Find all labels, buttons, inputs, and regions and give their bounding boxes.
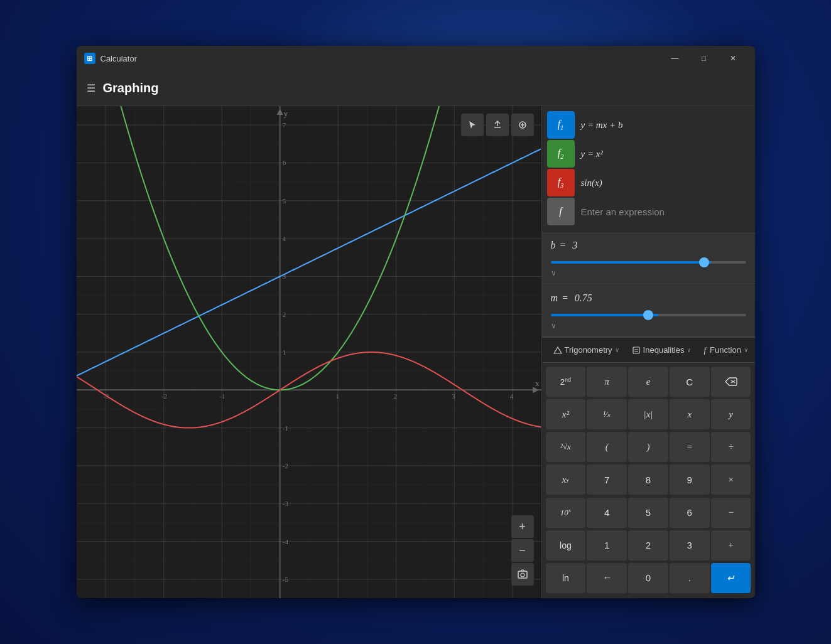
app-header: ☰ Graphing [77, 71, 755, 106]
function-row-f1[interactable]: f1 y = mx + b [547, 111, 750, 139]
open-paren-button[interactable]: ( [587, 432, 627, 462]
f2-expr: y = x² [581, 149, 603, 159]
y-button[interactable]: y [711, 399, 751, 429]
zoom-in-button[interactable]: + [511, 515, 534, 538]
keypad-toolbar: Trigonometry ∨ Inequalities ∨ f Function… [542, 338, 755, 363]
f1-expr: y = mx + b [581, 120, 623, 131]
trigonometry-button[interactable]: Trigonometry ∨ [548, 343, 624, 357]
close-button[interactable]: ✕ [719, 48, 747, 68]
share-button[interactable] [486, 114, 509, 136]
abs-button[interactable]: |x| [628, 399, 668, 429]
multiply-button[interactable]: × [711, 464, 751, 495]
add-button[interactable]: + [711, 530, 751, 561]
function-button[interactable]: f Function ∨ [698, 343, 753, 358]
nine-button[interactable]: 9 [670, 464, 710, 495]
app-icon: ⊞ [84, 53, 95, 64]
titlebar: ⊞ Calculator — □ ✕ [77, 46, 755, 71]
trig-chevron: ∨ [615, 346, 619, 353]
x-squared-button[interactable]: x² [546, 399, 586, 429]
divide-button[interactable]: ÷ [711, 432, 751, 462]
f4-placeholder: Enter an expression [581, 207, 665, 217]
one-button[interactable]: 1 [587, 530, 627, 561]
power-button[interactable]: xy [546, 464, 586, 495]
zoom-out-button[interactable]: − [511, 539, 534, 562]
slider-m-value: 0.75 [575, 292, 592, 304]
window-controls: — □ ✕ [661, 48, 747, 68]
graph-toolbar [461, 114, 534, 136]
log-button[interactable]: log [546, 530, 586, 561]
equals-button[interactable]: = [670, 432, 710, 462]
slider-b-track[interactable] [551, 261, 746, 264]
slider-m-equals: = [562, 292, 568, 304]
slider-m-label: m [551, 292, 558, 304]
ineq-label: Inequalities [643, 345, 685, 355]
svg-point-2 [521, 573, 524, 577]
maximize-button[interactable]: □ [690, 48, 719, 68]
euler-button[interactable]: e [628, 367, 668, 397]
keypad-grid: 2nd π e C x² ¹⁄ₓ [542, 363, 755, 598]
pi-button[interactable]: π [587, 367, 627, 397]
content-area: + − f1 y = mx + b f2 [77, 106, 755, 598]
f3-expr: sin(x) [581, 178, 602, 188]
minimize-button[interactable]: — [661, 48, 690, 68]
close-paren-button[interactable]: ) [628, 432, 668, 462]
slider-m-collapse[interactable]: ∨ [551, 321, 557, 330]
backspace-button[interactable] [711, 367, 751, 397]
keypad-area: Trigonometry ∨ Inequalities ∨ f Function… [542, 337, 755, 598]
x-button[interactable]: x [670, 399, 710, 429]
pointer-tool-button[interactable] [461, 114, 484, 136]
func-chevron: ∨ [744, 346, 748, 353]
three-button[interactable]: 3 [670, 530, 710, 561]
left-arrow-button[interactable]: ← [587, 563, 627, 593]
six-button[interactable]: 6 [670, 498, 710, 528]
second-button[interactable]: 2nd [546, 367, 586, 397]
seven-button[interactable]: 7 [587, 464, 627, 495]
reciprocal-button[interactable]: ¹⁄ₓ [587, 399, 627, 429]
slider-b-label: b [551, 240, 556, 251]
inequalities-button[interactable]: Inequalities ∨ [627, 343, 697, 357]
slider-b-section: b = 3 ∨ [542, 233, 755, 284]
app-title: Graphing [103, 81, 159, 95]
decimal-button[interactable]: . [670, 563, 710, 593]
two-button[interactable]: 2 [628, 530, 668, 561]
function-row-f2[interactable]: f2 y = x² [547, 140, 750, 168]
sqrt-button[interactable]: ²√x [546, 432, 586, 462]
enter-button[interactable]: ↵ [711, 563, 751, 593]
trig-label: Trigonometry [565, 345, 612, 355]
hamburger-menu[interactable]: ☰ [87, 82, 95, 94]
right-panel: f1 y = mx + b f2 y = x² f3 sin(x) [541, 106, 755, 598]
slider-m-track[interactable] [551, 314, 746, 316]
slider-b-collapse[interactable]: ∨ [551, 269, 557, 277]
five-button[interactable]: 5 [628, 498, 668, 528]
screenshot-button[interactable] [511, 563, 534, 586]
zoom-controls: + − [511, 515, 534, 586]
slider-b-equals: = [560, 240, 567, 251]
function-row-f3[interactable]: f3 sin(x) [547, 169, 750, 196]
graph-canvas[interactable] [77, 106, 541, 598]
ten-power-button[interactable]: 10x [546, 498, 586, 528]
clear-button[interactable]: C [670, 367, 710, 397]
f4-badge: f [547, 198, 575, 225]
subtract-button[interactable]: − [711, 498, 751, 528]
eight-button[interactable]: 8 [628, 464, 668, 495]
ineq-chevron: ∨ [687, 346, 691, 353]
four-button[interactable]: 4 [587, 498, 627, 528]
graph-area: + − [77, 106, 541, 598]
slider-m-section: m = 0.75 ∨ [542, 286, 755, 337]
slider-b-value: 3 [572, 240, 577, 251]
func-label: Function [710, 345, 741, 355]
calculator-window: ⊞ Calculator — □ ✕ ☰ Graphing [77, 46, 755, 598]
function-row-f4[interactable]: f Enter an expression [547, 198, 750, 225]
ln-button[interactable]: ln [546, 563, 586, 593]
functions-list: f1 y = mx + b f2 y = x² f3 sin(x) [542, 106, 755, 230]
trace-button[interactable] [511, 114, 534, 136]
f1-badge: f1 [547, 111, 575, 139]
svg-rect-3 [633, 347, 639, 353]
f2-badge: f2 [547, 140, 575, 168]
window-title: Calculator [100, 54, 661, 63]
zero-button[interactable]: 0 [628, 563, 668, 593]
f3-badge: f3 [547, 169, 575, 196]
